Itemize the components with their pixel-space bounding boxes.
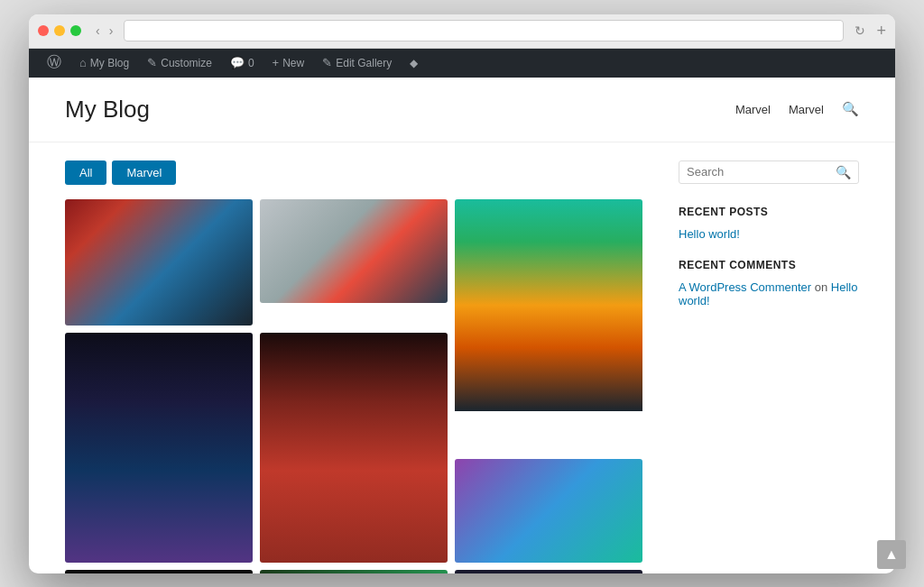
edit-icon: ✎ xyxy=(322,56,332,69)
wp-admin-bar: Ⓦ ⌂ My Blog ✎ Customize 💬 0 + New ✎ Edit… xyxy=(29,49,895,78)
site-nav: Marvel Marvel 🔍 xyxy=(735,101,859,117)
scroll-to-top-button[interactable]: ▲ xyxy=(877,540,906,569)
reload-button[interactable]: ↻ xyxy=(855,23,865,38)
wp-logo-icon: Ⓦ xyxy=(47,53,61,72)
nav-link-marvel-1[interactable]: Marvel xyxy=(735,103,771,116)
recent-post-hello-world[interactable]: Hello world! xyxy=(679,227,859,241)
gallery-area: All Marvel xyxy=(65,161,642,573)
site-content: My Blog Marvel Marvel 🔍 All Marvel xyxy=(29,78,895,573)
search-icon[interactable]: 🔍 xyxy=(842,101,859,117)
gallery-grid: MARVEL xyxy=(65,199,642,573)
search-submit-icon[interactable]: 🔍 xyxy=(836,165,851,179)
gallery-item-spiderman-street[interactable] xyxy=(260,199,448,303)
search-input[interactable] xyxy=(687,165,836,179)
traffic-lights xyxy=(38,25,81,36)
gallery-item-spiderman-miles[interactable] xyxy=(455,570,642,573)
diamond-icon: ◆ xyxy=(410,57,418,69)
admin-bar-customize-label: Customize xyxy=(161,57,212,69)
filter-marvel-button[interactable]: Marvel xyxy=(112,161,176,185)
gallery-item-wolverine[interactable] xyxy=(455,199,642,452)
comment-author-link[interactable]: A WordPress Commenter xyxy=(679,280,811,294)
admin-bar-comments[interactable]: 💬 0 xyxy=(221,49,263,78)
admin-bar-myblog[interactable]: ⌂ My Blog xyxy=(70,49,138,78)
recent-comment-1: A WordPress Commenter on Hello world! xyxy=(679,280,859,307)
search-box[interactable]: 🔍 xyxy=(679,161,859,184)
title-bar: ‹ › ↻ + xyxy=(29,14,895,49)
browser-window: ‹ › ↻ + Ⓦ ⌂ My Blog ✎ Customize 💬 0 + Ne… xyxy=(29,14,895,573)
back-button[interactable]: ‹ xyxy=(92,22,104,40)
admin-bar-new[interactable]: + New xyxy=(263,49,314,78)
site-header: My Blog Marvel Marvel 🔍 xyxy=(29,78,895,142)
admin-bar-myblog-label: My Blog xyxy=(90,57,129,69)
gallery-item-groot[interactable] xyxy=(65,333,253,563)
admin-bar-new-label: New xyxy=(282,57,304,69)
admin-bar-edit-gallery-label: Edit Gallery xyxy=(336,57,392,69)
plus-icon: + xyxy=(273,56,280,69)
forward-button[interactable]: › xyxy=(106,22,117,40)
gallery-item-marvel-logo[interactable]: MARVEL xyxy=(65,570,253,573)
home-icon: ⌂ xyxy=(79,56,87,69)
gallery-item-spiderman-pose[interactable] xyxy=(260,333,448,563)
recent-posts-title: RECENT POSTS xyxy=(679,206,859,218)
nav-arrows: ‹ › xyxy=(92,22,116,40)
admin-bar-comments-count: 0 xyxy=(248,57,254,69)
gallery-item-stan-lee[interactable] xyxy=(65,199,253,326)
customize-icon: ✎ xyxy=(147,56,157,69)
comment-connector: on xyxy=(815,280,831,294)
recent-comments-section: RECENT COMMENTS A WordPress Commenter on… xyxy=(679,259,859,307)
filter-buttons: All Marvel xyxy=(65,161,642,185)
new-tab-button[interactable]: + xyxy=(876,22,886,41)
site-title: My Blog xyxy=(65,96,150,124)
gallery-item-groot2[interactable] xyxy=(260,570,448,573)
close-button[interactable] xyxy=(38,25,49,36)
main-layout: All Marvel xyxy=(29,142,895,573)
wp-logo[interactable]: Ⓦ xyxy=(38,49,70,78)
recent-posts-section: RECENT POSTS Hello world! xyxy=(679,206,859,241)
filter-all-button[interactable]: All xyxy=(65,161,106,185)
nav-link-marvel-2[interactable]: Marvel xyxy=(789,103,824,116)
admin-bar-diamond[interactable]: ◆ xyxy=(401,49,427,78)
recent-comments-title: RECENT COMMENTS xyxy=(679,259,859,271)
admin-bar-edit-gallery[interactable]: ✎ Edit Gallery xyxy=(313,49,401,78)
gallery-item-graffiti[interactable] xyxy=(455,459,642,563)
sidebar: 🔍 RECENT POSTS Hello world! RECENT COMME… xyxy=(679,161,859,573)
maximize-button[interactable] xyxy=(70,25,81,36)
admin-bar-customize[interactable]: ✎ Customize xyxy=(138,49,221,78)
address-bar[interactable] xyxy=(124,20,844,41)
minimize-button[interactable] xyxy=(54,25,65,36)
comment-icon: 💬 xyxy=(230,56,245,69)
